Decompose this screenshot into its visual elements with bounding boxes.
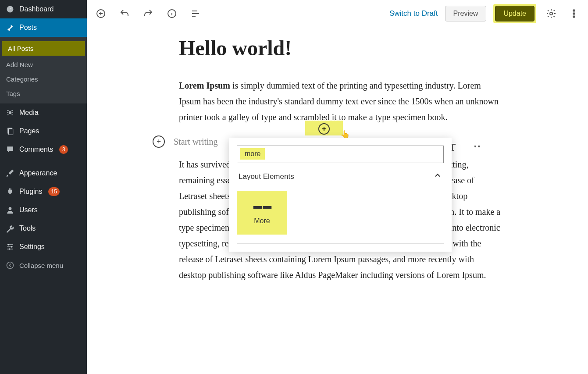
quick-format-icons [447, 142, 483, 153]
block-item-more[interactable]: ▬ ▬ More [237, 191, 287, 235]
undo-button[interactable] [117, 6, 132, 21]
add-block-trigger-highlight: + [305, 121, 343, 135]
sidebar-item-plugins[interactable]: Plugins 15 [0, 182, 87, 201]
sidebar-label: Tools [19, 224, 36, 232]
switch-to-draft-link[interactable]: Switch to Draft [389, 9, 438, 18]
sidebar-label: Appearance [19, 169, 57, 177]
sidebar-item-posts[interactable]: Posts [0, 18, 87, 37]
wrench-icon [5, 224, 15, 233]
editor-topbar: Switch to Draft Preview Update [87, 0, 588, 27]
svg-point-4 [9, 207, 12, 210]
more-menu-button[interactable] [566, 6, 582, 21]
admin-sidebar: Dashboard Posts All Posts Add New Catego… [0, 0, 87, 374]
sidebar-label: Plugins [19, 188, 42, 196]
block-item-label: More [254, 217, 270, 225]
collapse-icon [5, 260, 15, 270]
sidebar-label: Settings [19, 243, 45, 251]
add-block-plus-button[interactable]: + [318, 123, 330, 135]
topbar-right: Switch to Draft Preview Update [389, 4, 582, 23]
comment-icon [5, 145, 15, 154]
sidebar-item-pages[interactable]: Pages [0, 122, 87, 140]
inserter-section-header[interactable]: Layout Elements [237, 163, 444, 187]
update-button[interactable]: Update [495, 6, 535, 21]
sliders-icon [5, 242, 15, 252]
para1-bold: Lorem Ipsum [179, 81, 230, 90]
pin-icon [5, 23, 15, 32]
inserter-block-grid: ▬ ▬ More [237, 187, 444, 244]
submenu-add-new[interactable]: Add New [0, 57, 87, 72]
post-title[interactable]: Hello world! [179, 36, 503, 60]
sidebar-item-comments[interactable]: Comments 3 [0, 140, 87, 159]
redo-button[interactable] [140, 6, 156, 21]
update-highlight: Update [493, 4, 536, 23]
svg-point-13 [573, 13, 575, 14]
sidebar-item-dashboard[interactable]: Dashboard [0, 0, 87, 18]
preview-button[interactable]: Preview [445, 6, 487, 21]
submenu-categories[interactable]: Categories [0, 72, 87, 86]
svg-point-1 [9, 111, 12, 114]
block-placeholder[interactable]: Start writing [174, 137, 218, 147]
svg-point-12 [573, 10, 575, 11]
svg-point-6 [11, 246, 12, 247]
svg-point-11 [550, 12, 552, 15]
media-icon [5, 108, 15, 118]
paragraph-1[interactable]: Lorem Ipsum is simply dummied text of th… [179, 78, 503, 125]
block-inserter-popover: more Layout Elements ▬ ▬ More [229, 138, 452, 252]
sidebar-label: Comments [19, 146, 53, 153]
add-block-toolbar-button[interactable] [93, 6, 109, 21]
user-icon [5, 205, 15, 215]
info-button[interactable] [164, 6, 180, 21]
sidebar-label: Dashboard [19, 5, 53, 13]
sidebar-item-appearance[interactable]: Appearance [0, 164, 87, 182]
svg-point-5 [8, 244, 9, 245]
inserter-section-label: Layout Elements [239, 172, 294, 181]
sidebar-item-media[interactable]: Media [0, 103, 87, 122]
inserter-search-input[interactable] [237, 146, 444, 163]
sidebar-item-settings[interactable]: Settings [0, 238, 87, 256]
topbar-left [93, 6, 203, 21]
sidebar-label: Posts [19, 24, 37, 32]
sidebar-label: Users [19, 206, 38, 214]
svg-point-8 [7, 262, 14, 269]
plug-icon [5, 187, 15, 196]
comments-badge: 3 [59, 145, 68, 154]
posts-submenu: All Posts Add New Categories Tags [0, 37, 87, 103]
svg-point-7 [9, 248, 10, 249]
sidebar-label: Pages [19, 127, 39, 135]
sidebar-label: Media [19, 109, 39, 117]
quote-icon[interactable] [472, 142, 483, 153]
svg-rect-3 [9, 129, 13, 135]
collapse-label: Collapse menu [19, 262, 63, 269]
collapse-menu[interactable]: Collapse menu [0, 256, 87, 274]
inline-add-block-button[interactable]: + [153, 135, 165, 148]
dashboard-icon [5, 4, 15, 14]
submenu-tags[interactable]: Tags [0, 86, 87, 101]
svg-point-14 [573, 16, 575, 18]
chevron-up-icon [433, 171, 442, 182]
brush-icon [5, 168, 15, 178]
pages-icon [5, 126, 15, 136]
submenu-all-posts[interactable]: All Posts [2, 41, 85, 56]
settings-gear-button[interactable] [543, 6, 559, 21]
more-block-icon: ▬ ▬ [253, 201, 271, 211]
search-value-highlight: more [240, 148, 265, 160]
sidebar-item-users[interactable]: Users [0, 201, 87, 219]
outline-button[interactable] [188, 6, 203, 21]
sidebar-item-tools[interactable]: Tools [0, 219, 87, 238]
plugins-badge: 15 [48, 187, 59, 196]
inserter-search-wrap: more [237, 146, 444, 163]
